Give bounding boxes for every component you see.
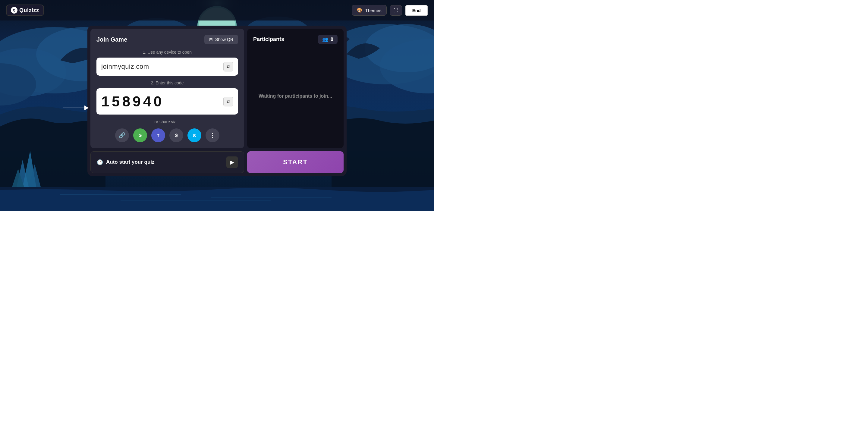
main-panel: Join Game ⊞ Show QR 1. Use any device to… [87,26,347,176]
nav-right: 🎨 Themes ⛶ End [352,5,428,16]
arrow-line [63,108,84,108]
url-box: joinmyquiz.com ⧉ [96,58,238,76]
copy-url-button[interactable]: ⧉ [223,62,233,71]
themes-icon: 🎨 [357,7,363,13]
auto-start-label: Auto start your quiz [106,159,155,165]
logo-text: Quizizz [19,7,39,13]
fullscreen-button[interactable]: ⛶ [390,5,402,16]
share-icons-row: 🔗 G T ⚙ S ⋮ [96,128,238,142]
auto-start-button[interactable]: 🕐 Auto start your quiz ▶ [90,151,244,173]
themes-button[interactable]: 🎨 Themes [352,5,386,16]
clock-icon: 🕐 [97,159,103,165]
arrow-indicator [63,106,89,110]
logo-icon: Q [11,7,18,13]
arrow-head [84,106,89,110]
show-qr-button[interactable]: ⊞ Show QR [204,35,238,44]
dialog-wrapper: Join Game ⊞ Show QR 1. Use any device to… [87,26,347,176]
share-skype-button[interactable]: S [187,128,201,142]
panel-top: Join Game ⊞ Show QR 1. Use any device to… [87,26,347,151]
svg-point-25 [15,24,16,24]
step1-label: 1. Use any device to open [96,50,238,55]
share-link-button[interactable]: 🔗 [115,128,129,142]
end-button[interactable]: End [405,5,428,16]
share-classroom-button[interactable]: G [133,128,147,142]
share-label: or share via... [96,119,238,124]
auto-start-left: 🕐 Auto start your quiz [97,159,155,165]
share-more-button[interactable]: ⋮ [206,128,219,142]
participants-count: 👥 0 [318,35,338,44]
themes-label: Themes [365,8,381,13]
participants-header: Participants 👥 0 [253,35,338,44]
join-title: Join Game [96,36,127,43]
fullscreen-icon: ⛶ [394,8,398,13]
share-settings-button[interactable]: ⚙ [169,128,183,142]
url-text: joinmyquiz.com [101,63,149,70]
count-value: 0 [331,37,333,42]
qr-icon: ⊞ [209,37,213,42]
waiting-text: Waiting for participants to join... [253,93,338,99]
game-code: 158940 [101,93,164,110]
share-teams-button[interactable]: T [151,128,165,142]
people-icon: 👥 [322,36,328,42]
join-panel: Join Game ⊞ Show QR 1. Use any device to… [90,29,244,148]
top-navigation: Q Quizizz 🎨 Themes ⛶ End [0,0,434,21]
logo: Q Quizizz [6,4,44,16]
play-icon-button[interactable]: ▶ [226,156,238,168]
participants-panel: Participants 👥 0 Waiting for participant… [247,29,344,148]
play-icon: ▶ [230,159,234,165]
start-button[interactable]: START [247,151,344,173]
show-qr-label: Show QR [215,37,233,42]
panel-bottom: 🕐 Auto start your quiz ▶ START [87,151,347,176]
code-box: 158940 ⧉ [96,88,238,115]
participants-title: Participants [253,36,284,42]
copy-code-button[interactable]: ⧉ [223,97,233,107]
join-header: Join Game ⊞ Show QR [96,35,238,44]
step2-label: 2. Enter this code [96,81,238,85]
